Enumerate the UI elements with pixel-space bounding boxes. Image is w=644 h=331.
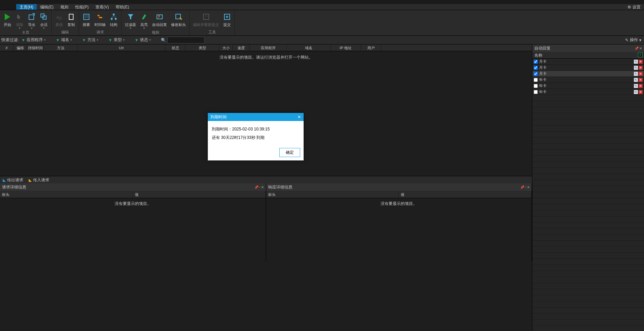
column-header[interactable]: 速度 — [233, 44, 250, 51]
column-header[interactable]: 应用程序 — [250, 44, 287, 51]
filter-类型[interactable]: ▼类型▾ — [108, 37, 124, 43]
filter-方法[interactable]: ▼方法▾ — [82, 37, 98, 43]
edit-icon[interactable]: ✎ — [634, 78, 638, 82]
column-header[interactable]: 类型 — [186, 44, 219, 51]
pin-icon[interactable]: 📌 — [254, 185, 258, 189]
column-header[interactable]: IP 地址 — [331, 44, 361, 51]
ribbon-btn-modify[interactable]: 修改标头 — [169, 11, 188, 30]
row-checkbox[interactable] — [534, 78, 538, 82]
pin-icon[interactable]: 📌 — [520, 185, 524, 189]
edit-icon[interactable]: ✎ — [634, 72, 638, 76]
autoreply-row[interactable]: 月卡✎✕ — [532, 65, 644, 71]
chevron-down-icon: ▾ — [71, 38, 72, 41]
find-icon: A — [55, 11, 63, 22]
search-input[interactable] — [167, 37, 204, 43]
empty-row — [532, 210, 644, 216]
edit-icon[interactable]: ✎ — [634, 90, 638, 94]
ribbon-btn-filter[interactable]: 过滤器▾ — [123, 11, 138, 30]
close-icon[interactable]: ✕ — [639, 47, 642, 50]
ribbon-btn-copy[interactable]: 复制 — [65, 11, 77, 30]
row-checkbox[interactable] — [534, 66, 538, 70]
filter-应用程序[interactable]: ▼应用程序▾ — [21, 37, 46, 43]
ribbon-btn-highlight[interactable]: 高亮▾ — [138, 11, 150, 30]
dropdown-icon[interactable]: ▫ — [259, 185, 260, 189]
column-header[interactable]: 偏移 — [13, 44, 27, 51]
details-body: 标头 值 没有要显示的项目。 标头 值 没有要显示的项目。 — [0, 191, 532, 262]
ribbon-btn-summary[interactable]: 摘要 — [80, 11, 92, 30]
column-header[interactable]: 持续时间 — [27, 44, 44, 51]
ribbon-btn-submit[interactable]: 提交 — [221, 11, 233, 30]
ribbon-group-label: 编辑 — [53, 30, 77, 35]
row-checkbox[interactable] — [534, 72, 538, 76]
row-checkbox[interactable] — [534, 60, 538, 64]
close-icon[interactable]: ✕ — [527, 185, 530, 189]
column-header[interactable]: 状态 — [165, 44, 186, 51]
ribbon-btn-play[interactable]: 开始 — [1, 11, 13, 30]
sessions-icon — [40, 11, 48, 22]
menu-item-1[interactable]: 编辑(E) — [37, 4, 57, 10]
filter-域名[interactable]: ▼域名▾ — [56, 37, 72, 43]
delete-icon[interactable]: ✕ — [639, 78, 643, 82]
settings-button[interactable]: ⚙ 设置 — [624, 4, 644, 10]
empty-row — [532, 162, 644, 168]
edit-icon[interactable]: ✎ — [634, 60, 638, 64]
edit-icon[interactable]: ✎ — [634, 84, 638, 88]
ribbon-btn-label: 复制 — [67, 22, 75, 27]
pin-icon[interactable]: 📌 — [635, 47, 639, 50]
delete-icon[interactable]: ✕ — [639, 90, 643, 94]
menu-item-4[interactable]: 查看(V) — [92, 4, 112, 10]
play-icon — [3, 11, 11, 22]
menu-item-2[interactable]: 规则 — [57, 4, 72, 10]
empty-row — [532, 271, 644, 277]
ribbon-btn-structure[interactable]: 结构 — [108, 11, 120, 30]
autoreply-row[interactable]: 月卡✎✕ — [532, 59, 644, 65]
column-header[interactable]: 域名 — [287, 44, 331, 51]
delete-icon[interactable]: ✕ — [639, 60, 643, 64]
delete-icon[interactable]: ✕ — [639, 84, 643, 88]
filter-label: 状态 — [140, 37, 148, 43]
actions-menu[interactable]: ✎ 操作 ▾ — [625, 37, 641, 43]
autoreply-row[interactable]: 月卡✎✕ — [532, 71, 644, 77]
dropdown-icon[interactable]: ▫ — [525, 185, 526, 189]
tab-outgoing[interactable]: ◣ 传出请求 — [0, 176, 26, 184]
empty-row — [532, 295, 644, 301]
menu-item-5[interactable]: 帮助(E) — [112, 4, 133, 10]
ok-button[interactable]: 确定 — [279, 148, 300, 157]
autoreply-row[interactable]: 年卡✎✕ — [532, 89, 644, 95]
row-checkbox[interactable] — [534, 84, 538, 88]
dialog-body: 到期时间：2025-02-03 10:39:15 还有 30天22时17分33秒… — [208, 121, 304, 147]
column-header[interactable]: 用户 — [361, 44, 381, 51]
expiry-dialog: 到期时间 ✕ 到期时间：2025-02-03 10:39:15 还有 30天22… — [208, 113, 304, 160]
menubar: 主页(H)编辑(E)规则性能(P)查看(V)帮助(E) ⚙ 设置 — [0, 4, 644, 10]
actions-label: 操作 — [630, 37, 638, 43]
autoreply-row[interactable]: 年卡✎✕ — [532, 77, 644, 83]
arrow-down-icon: ◣ — [29, 176, 32, 184]
delete-icon[interactable]: ✕ — [639, 66, 643, 70]
row-checkbox[interactable] — [534, 90, 538, 94]
column-header[interactable]: 方法 — [44, 44, 78, 51]
ribbon-btn-autoreply[interactable]: 自动回复 — [150, 11, 169, 30]
filter-状态[interactable]: ▼状态▾ — [135, 37, 151, 43]
dialog-close-button[interactable]: ✕ — [298, 115, 301, 119]
menu-item-0[interactable]: 主页(H) — [16, 4, 37, 10]
main-area: #偏移持续时间方法Url状态类型大小速度应用程序域名IP 地址用户 没有要显示的… — [0, 44, 644, 331]
autoreply-icon — [156, 11, 164, 22]
structure-icon — [110, 11, 118, 22]
ribbon-btn-timeline[interactable]: 时间轴 — [92, 11, 108, 30]
app-logo — [0, 4, 16, 10]
menu-item-3[interactable]: 性能(P) — [72, 4, 92, 10]
add-button[interactable]: + — [638, 53, 643, 57]
column-header[interactable]: # — [0, 44, 13, 51]
grid-header: #偏移持续时间方法Url状态类型大小速度应用程序域名IP 地址用户 — [0, 44, 532, 51]
details-titles: 请求详细信息 📌 ▫ ✕ 响应详细信息 📌 ▫ ✕ — [0, 183, 532, 191]
column-header[interactable]: 大小 — [219, 44, 233, 51]
delete-icon[interactable]: ✕ — [639, 72, 643, 76]
edit-icon[interactable]: ✎ — [634, 66, 638, 70]
close-icon[interactable]: ✕ — [261, 185, 264, 189]
column-header[interactable]: Url — [78, 44, 165, 51]
ribbon-btn-sessions[interactable]: 会话▾ — [38, 11, 50, 30]
autoreply-row[interactable]: 年卡✎✕ — [532, 83, 644, 89]
tab-incoming[interactable]: ◣ 传入请求 — [26, 176, 52, 184]
row-name: 月卡 — [539, 65, 633, 70]
ribbon-btn-export[interactable]: 导出▾ — [26, 11, 38, 30]
